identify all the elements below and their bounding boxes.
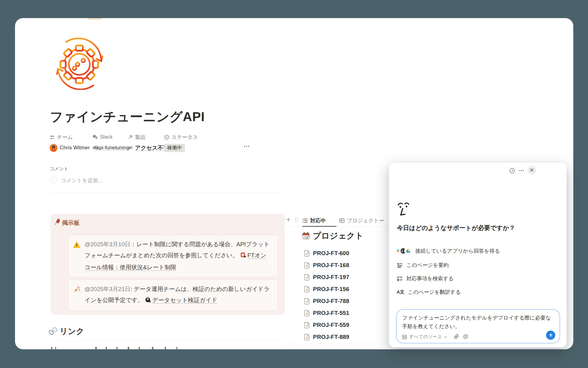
ai-option-connected-apps[interactable]: 接続しているアプリから回答を得る — [395, 247, 500, 255]
notion-ai-face-icon — [397, 201, 410, 217]
links-section-title: リンク — [60, 326, 84, 337]
source-selector[interactable]: すべてのソース — [402, 334, 447, 340]
tab-active-list[interactable]: 対応中 — [302, 215, 326, 226]
dataset-guide-link[interactable]: データセット検証ガイド — [152, 297, 217, 303]
more-icon — [244, 146, 249, 147]
project-link[interactable]: PROJ-FT-889 — [313, 334, 349, 340]
date-mention[interactable]: @2025年3月21日 — [85, 286, 130, 292]
comment-input[interactable]: コメントを追加... — [61, 177, 102, 184]
project-row[interactable]: PROJ-FT-889 — [304, 331, 396, 343]
list-view-icon — [302, 218, 308, 224]
property-label-status[interactable]: ステータス — [164, 133, 198, 141]
property-value-product[interactable]: アクセス不可 — [127, 143, 169, 152]
project-row[interactable]: PROJ-FT-788 — [304, 295, 396, 307]
close-panel-button[interactable] — [527, 166, 536, 174]
property-value-status[interactable]: 稼働中 — [164, 143, 185, 152]
desktop: { "frame": { "background": "#4C626A" }, … — [0, 0, 588, 368]
status-badge[interactable]: 稼働中 — [164, 144, 185, 152]
property-label-text: Slack — [100, 134, 113, 140]
search-actions-icon — [397, 275, 403, 282]
ai-option-label: このページを翻訳する — [408, 289, 461, 296]
ai-prompt-text[interactable]: ファインチューニングされたモデルをデプロイする際に必要な手順を教えてください。 — [402, 314, 555, 331]
project-link[interactable]: PROJ-FT-168 — [313, 262, 349, 269]
add-view-button[interactable] — [286, 217, 291, 224]
project-link[interactable]: PROJ-FT-156 — [313, 286, 349, 293]
document-icon — [304, 274, 310, 281]
send-button[interactable] — [546, 331, 555, 340]
ai-prompt-input[interactable]: ファインチューニングされたモデルをデプロイする際に必要な手順を教えてください。 … — [396, 309, 560, 343]
property-label-text: 製品 — [135, 134, 145, 141]
drag-handle-icon — [294, 217, 299, 223]
google-drive-app-icon — [405, 247, 412, 254]
ai-assistant-panel: 今日はどのようなサポートが必要ですか？ 接続しているアプリから回答を得る このペ… — [389, 163, 567, 347]
history-button[interactable] — [508, 167, 516, 174]
notion-logo-icon — [402, 335, 407, 339]
product-link[interactable]: アクセス不可 — [135, 144, 169, 151]
gear-process-icon — [53, 37, 106, 90]
chevron-down-icon — [444, 335, 447, 339]
at-sign-icon: @ — [463, 333, 468, 339]
divider — [50, 341, 284, 341]
page-icon-gear[interactable] — [53, 37, 106, 90]
project-row[interactable]: PROJ-FT-600 — [304, 247, 396, 259]
project-link[interactable]: PROJ-FT-600 — [313, 250, 349, 257]
comments-label: コメント — [50, 166, 68, 172]
team-member-name: Chris Witmer — [60, 145, 90, 151]
project-link[interactable]: PROJ-FT-197 — [313, 274, 349, 281]
ai-option-label: 接続しているアプリから回答を得る — [415, 247, 500, 255]
mention-button[interactable]: @ — [463, 333, 468, 340]
close-icon — [530, 168, 534, 172]
tab-bar-divider — [286, 227, 402, 227]
database-bottom-divider — [286, 344, 402, 344]
callout-dataset-guide[interactable]: @2025年3月21日: データ運用チームは、検証のための新しいガイドラインを公… — [68, 279, 278, 311]
document-icon — [304, 286, 310, 293]
spiral-calendar-icon — [302, 232, 310, 240]
property-label-team[interactable]: チーム — [50, 133, 73, 141]
more-icon — [519, 170, 524, 171]
ai-option-translate[interactable]: A文 このページを翻訳する — [397, 288, 461, 296]
tab-label: 対応中 — [310, 217, 326, 224]
tab-projects-table[interactable]: プロジェクトー — [339, 215, 384, 226]
property-value-slack[interactable]: #api-funetuning — [93, 143, 129, 152]
property-value-team[interactable]: Chris Witmer +6 — [50, 143, 98, 152]
clipped-breadcrumb-icon — [88, 18, 102, 20]
people-icon — [50, 135, 55, 140]
property-label-slack[interactable]: Slack — [92, 133, 113, 141]
translate-icon: A文 — [397, 289, 405, 295]
summarize-icon — [397, 262, 403, 268]
source-selector-label: すべてのソース — [409, 334, 442, 340]
callout-text: @2025年3月10日：レート制限に関する問題がある場合、APIプラットフォーム… — [85, 239, 272, 273]
status-circle-icon — [164, 135, 169, 140]
paperclip-icon — [454, 334, 459, 339]
document-icon — [304, 262, 310, 269]
project-row[interactable]: PROJ-FT-168 — [304, 259, 396, 271]
table-view-icon — [339, 218, 345, 224]
project-link[interactable]: PROJ-FT-788 — [313, 298, 349, 305]
pushpin-icon — [54, 218, 61, 226]
project-link[interactable]: PROJ-FT-559 — [313, 322, 349, 328]
property-label-product[interactable]: 製品 — [128, 133, 145, 141]
callout-rate-limit[interactable]: @2025年3月10日：レート制限に関する問題がある場合、APIプラットフォーム… — [68, 235, 278, 277]
comment-avatar-placeholder — [50, 176, 58, 184]
link-chain-icon — [49, 327, 58, 336]
chat-bubbles-icon — [92, 135, 98, 140]
attach-file-button[interactable] — [454, 334, 459, 341]
ai-option-summarize[interactable]: このページを要約 — [397, 261, 449, 269]
project-row[interactable]: PROJ-FT-551 — [304, 307, 396, 319]
project-link[interactable]: PROJ-FT-551 — [313, 310, 349, 316]
date-mention[interactable]: @2025年3月10日 — [85, 241, 130, 247]
document-icon — [304, 298, 310, 305]
svg-text:8: 8 — [147, 298, 148, 300]
project-row[interactable]: PROJ-FT-559 — [304, 319, 396, 331]
project-row[interactable]: PROJ-FT-197 — [304, 271, 396, 283]
eye-off-icon — [127, 145, 133, 151]
panel-more-button[interactable] — [518, 167, 525, 174]
ai-option-label: このページを要約 — [406, 262, 449, 269]
slack-channel-link[interactable]: #api-funetuning — [93, 145, 129, 151]
arrow-up-right-icon — [128, 135, 133, 140]
properties-more-button[interactable] — [244, 146, 249, 147]
project-row[interactable]: PROJ-FT-156 — [304, 283, 396, 295]
ai-option-search-actions[interactable]: 対応事項を検索する — [397, 274, 454, 283]
drag-handle[interactable] — [294, 217, 299, 224]
divider — [50, 192, 284, 193]
